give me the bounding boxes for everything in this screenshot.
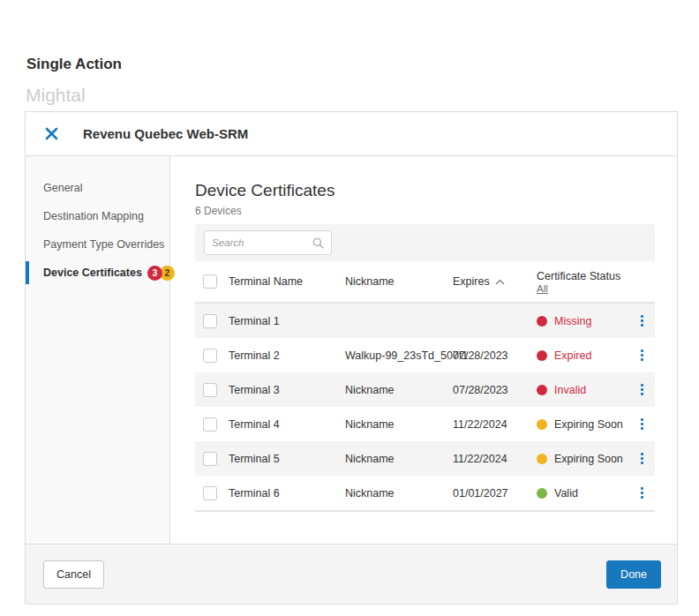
expires-cell: 11/22/2024 (453, 453, 537, 465)
row-actions-kebab-icon[interactable] (638, 312, 646, 329)
page-subtitle: Mightal (26, 85, 86, 106)
content-heading: Device Certificates (195, 181, 655, 200)
status-dot (537, 488, 547, 499)
row-actions-kebab-icon[interactable] (638, 381, 646, 398)
search-box[interactable] (204, 230, 332, 255)
table-row[interactable]: Terminal 1 Missing (195, 304, 655, 338)
nickname-cell: Nickname (345, 453, 453, 465)
close-icon[interactable] (43, 126, 59, 142)
row-checkbox[interactable] (203, 452, 217, 466)
row-actions-kebab-icon[interactable] (638, 485, 646, 501)
terminal-name-cell: Terminal 6 (229, 487, 345, 500)
status-label: Missing (554, 315, 591, 327)
sidebar-item-label: Destination Mapping (43, 210, 144, 222)
row-checkbox[interactable] (203, 314, 217, 328)
page: Single Action Mightal Revenu Quebec Web-… (0, 0, 699, 616)
nickname-cell: Nickname (345, 384, 453, 396)
table-row[interactable]: Terminal 6 Nickname 01/01/2027 Valid (195, 476, 655, 510)
column-header-expires-sort[interactable]: Expires (453, 275, 537, 288)
expires-cell: 07/28/2023 (453, 384, 537, 396)
status-dot (537, 419, 547, 430)
sort-asc-icon (495, 279, 505, 285)
main-content: Device Certificates 6 Devices Terminal N… (170, 156, 677, 544)
expires-cell: 01/01/2027 (453, 487, 537, 500)
status-label: Valid (554, 487, 578, 500)
table-row[interactable]: Terminal 2 Walkup-99_23sTd_507f1 07/28/2… (195, 338, 655, 372)
status-dot (537, 385, 547, 395)
sidebar: General Destination Mapping Payment Type… (26, 156, 170, 544)
status-filter-all-link[interactable]: All (537, 283, 548, 294)
modal-title: Revenu Quebec Web-SRM (83, 126, 248, 141)
sidebar-item-device-certificates[interactable]: Device Certificates 3 2 (26, 259, 169, 287)
cancel-button[interactable]: Cancel (43, 560, 104, 589)
sidebar-item-label: General (43, 182, 82, 194)
expires-cell: 07/28/2023 (453, 349, 537, 362)
column-header-expires: Expires (453, 275, 490, 288)
error-count-badge: 3 (147, 266, 162, 281)
status-label: Expiring Soon (554, 418, 623, 431)
terminal-name-cell: Terminal 2 (229, 349, 345, 362)
select-all-checkbox[interactable] (203, 274, 217, 289)
status-label: Invalid (554, 384, 586, 396)
badge-group: 3 2 (147, 266, 175, 281)
status-label: Expired (554, 349, 591, 362)
done-button[interactable]: Done (606, 560, 661, 589)
table-row[interactable]: Terminal 5 Nickname 11/22/2024 Expiring … (195, 441, 655, 476)
sidebar-item-destination-mapping[interactable]: Destination Mapping (26, 202, 169, 230)
modal-header: Revenu Quebec Web-SRM (26, 112, 677, 156)
column-header-nickname: Nickname (345, 275, 453, 288)
sidebar-item-payment-type-overrides[interactable]: Payment Type Overrides (26, 230, 169, 259)
nickname-cell: Nickname (345, 418, 453, 431)
table-body: Terminal 1 Missing Terminal 2 Walkup-99_… (195, 304, 655, 512)
page-title: Single Action (26, 56, 122, 73)
row-actions-kebab-icon[interactable] (638, 347, 646, 364)
terminal-name-cell: Terminal 1 (229, 315, 345, 327)
terminal-name-cell: Terminal 3 (229, 384, 345, 396)
status-dot (537, 454, 547, 464)
search-icon (312, 237, 324, 249)
nickname-cell: Walkup-99_23sTd_507f1 (345, 349, 453, 362)
sidebar-item-general[interactable]: General (26, 174, 169, 202)
modal-footer: Cancel Done (26, 544, 677, 604)
row-actions-kebab-icon[interactable] (638, 450, 646, 467)
status-dot (537, 350, 547, 361)
column-header-certificate-status: Certificate Status (537, 270, 620, 282)
sidebar-item-label: Payment Type Overrides (43, 238, 164, 251)
device-count: 6 Devices (195, 205, 655, 217)
terminal-name-cell: Terminal 4 (229, 418, 345, 431)
row-checkbox[interactable] (203, 486, 217, 500)
table-header-row: Terminal Name Nickname Expires Certifica… (195, 261, 655, 304)
status-label: Expiring Soon (554, 453, 623, 465)
search-input[interactable] (212, 237, 312, 248)
row-checkbox[interactable] (203, 417, 217, 432)
column-header-terminal-name: Terminal Name (229, 275, 345, 288)
nickname-cell: Nickname (345, 487, 453, 500)
revenu-quebec-modal: Revenu Quebec Web-SRM General Destinatio… (25, 111, 678, 605)
table-row[interactable]: Terminal 3 Nickname 07/28/2023 Invalid (195, 372, 655, 407)
expires-cell: 11/22/2024 (453, 418, 537, 431)
table-toolbar (195, 224, 655, 261)
terminal-name-cell: Terminal 5 (229, 453, 345, 465)
modal-body: General Destination Mapping Payment Type… (26, 156, 677, 544)
sidebar-item-label: Device Certificates (43, 267, 142, 279)
row-checkbox[interactable] (203, 383, 217, 397)
table-row[interactable]: Terminal 4 Nickname 11/22/2024 Expiring … (195, 407, 655, 441)
row-checkbox[interactable] (203, 349, 217, 363)
row-actions-kebab-icon[interactable] (638, 416, 646, 432)
status-dot (537, 316, 547, 327)
